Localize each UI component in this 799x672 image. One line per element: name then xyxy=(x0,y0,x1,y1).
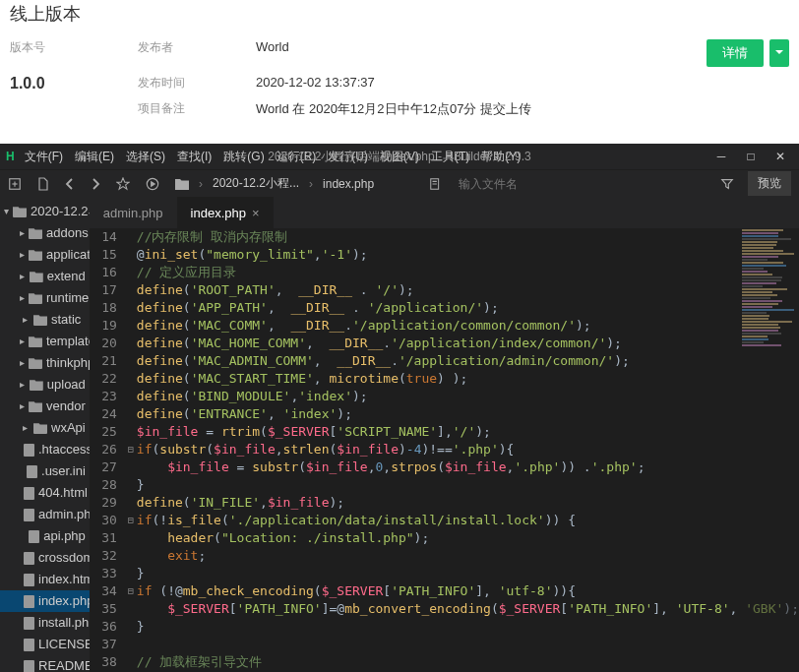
tree-item-label: admin.php xyxy=(38,506,90,523)
tree-folder[interactable]: vendor xyxy=(0,396,90,417)
tree-folder[interactable]: upload xyxy=(0,374,90,396)
tree-file[interactable]: index.php xyxy=(0,590,90,612)
tree-folder[interactable]: application xyxy=(0,244,90,266)
menu-item[interactable]: 选择(S) xyxy=(126,149,165,165)
tree-item-label: template xyxy=(46,333,90,350)
tree-item-label: static xyxy=(51,311,81,329)
menu-item[interactable]: 编辑(E) xyxy=(75,149,114,165)
editor-tab[interactable]: index.php× xyxy=(177,197,274,228)
breadcrumb-item[interactable]: 2020-12.2小程... xyxy=(213,175,299,192)
tree-file[interactable]: .user.ini xyxy=(0,460,90,482)
back-button[interactable] xyxy=(65,177,75,191)
editor-tabs: admin.phpindex.php× xyxy=(90,197,799,228)
expand-arrow-icon xyxy=(20,333,25,350)
file-explorer[interactable]: 2020-12.2小程序后端addonsapplicationextendrun… xyxy=(0,197,90,672)
code-line: define('MAC_COMM', __DIR__.'/application… xyxy=(137,317,799,335)
folder-icon xyxy=(29,357,42,369)
window-title: 2020-12.2小程序后端/index.php - HBuilder X 2.… xyxy=(268,149,530,165)
tree-item-label: .user.ini xyxy=(41,462,86,480)
star-icon[interactable] xyxy=(116,177,130,191)
minimize-button[interactable]: ─ xyxy=(714,150,728,163)
code-line: header("Location: ./install.php"); xyxy=(137,529,799,547)
tree-item-label: upload xyxy=(47,376,86,394)
tree-file[interactable]: 404.html xyxy=(0,482,90,504)
preview-button[interactable]: 预览 xyxy=(748,171,791,196)
code-line: $in_file = rtrim($_SERVER['SCRIPT_NAME']… xyxy=(137,423,799,441)
folder-icon xyxy=(29,292,42,304)
release-panel: 线上版本 版本号 发布者 World 详情 1.0.0 发布时间 2020-12… xyxy=(0,0,799,132)
tree-file[interactable]: index.html xyxy=(0,569,90,590)
tree-folder[interactable]: template xyxy=(0,331,90,352)
expand-arrow-icon xyxy=(20,268,26,285)
file-icon[interactable] xyxy=(37,177,49,191)
version-label: 版本号 xyxy=(10,40,45,54)
code-line: if(!is_file('./application/data/install/… xyxy=(137,512,799,529)
folder-icon xyxy=(30,271,43,282)
tree-folder[interactable]: addons xyxy=(0,222,90,244)
folder-breadcrumb-icon[interactable] xyxy=(175,178,189,190)
tree-folder[interactable]: static xyxy=(0,309,90,331)
tree-item-label: extend xyxy=(47,268,86,285)
tree-file[interactable]: README.md xyxy=(0,655,90,672)
detail-dropdown-button[interactable] xyxy=(769,39,789,67)
expand-arrow-icon xyxy=(20,246,25,264)
menu-item[interactable]: 跳转(G) xyxy=(223,149,264,165)
tree-file[interactable]: crossdomain.xml xyxy=(0,547,90,569)
tree-file[interactable]: LICENSE xyxy=(0,634,90,655)
tree-folder[interactable]: 2020-12.2小程序后端 xyxy=(0,201,90,222)
locate-icon[interactable] xyxy=(429,177,443,191)
editor-tab[interactable]: admin.php xyxy=(90,197,177,228)
menu-item[interactable]: 文件(F) xyxy=(25,149,63,165)
code-line: if(substr($in_file,strlen($in_file)-4)!=… xyxy=(137,441,799,458)
close-icon[interactable]: × xyxy=(252,206,260,220)
panel-title: 线上版本 xyxy=(10,0,789,35)
breadcrumb-item[interactable]: index.php xyxy=(323,177,374,191)
tree-folder[interactable]: extend xyxy=(0,266,90,287)
code-line: } xyxy=(137,565,799,582)
expand-arrow-icon xyxy=(20,397,25,415)
tree-file[interactable]: admin.php xyxy=(0,504,90,525)
menu-item[interactable]: 查找(I) xyxy=(177,149,212,165)
detail-button[interactable]: 详情 xyxy=(707,39,764,67)
expand-arrow-icon xyxy=(20,376,26,394)
expand-arrow-icon xyxy=(20,354,25,372)
maximize-button[interactable]: □ xyxy=(744,150,758,163)
tree-item-label: index.php xyxy=(38,592,90,610)
line-gutter: 1415161718192021222324252627282930313233… xyxy=(90,228,125,672)
file-icon xyxy=(24,595,34,608)
code-line: @ini_set("memory_limit",'-1'); xyxy=(137,246,799,264)
run-icon[interactable] xyxy=(146,177,159,191)
file-icon xyxy=(29,530,39,543)
code-editor[interactable]: //内存限制 取消内存限制@ini_set("memory_limit",'-1… xyxy=(137,228,799,672)
version-value: 1.0.0 xyxy=(10,75,45,92)
tree-item-label: LICENSE xyxy=(38,636,90,653)
tree-folder[interactable]: wxApi xyxy=(0,417,90,439)
file-icon xyxy=(24,552,34,565)
new-tab-icon[interactable] xyxy=(8,177,22,191)
search-input[interactable] xyxy=(459,177,577,191)
forward-button[interactable] xyxy=(91,177,100,191)
file-icon xyxy=(24,639,34,651)
code-line: } xyxy=(137,618,799,636)
code-line xyxy=(137,636,799,653)
filter-icon[interactable] xyxy=(720,177,734,191)
tree-folder[interactable]: runtime xyxy=(0,287,90,309)
code-line: exit; xyxy=(137,547,799,565)
folder-icon xyxy=(29,249,42,261)
chevron-down-icon xyxy=(775,46,783,61)
titlebar: H 文件(F)编辑(E)选择(S)查找(I)跳转(G)运行(R)发行(U)视图(… xyxy=(0,144,799,169)
remark-label: 项目备注 xyxy=(138,101,185,115)
code-line: $in_file = substr($in_file,0,strpos($in_… xyxy=(137,458,799,476)
tree-file[interactable]: api.php xyxy=(0,525,90,547)
tree-item-label: wxApi xyxy=(51,419,86,437)
code-line: // 定义应用目录 xyxy=(137,264,799,281)
tree-item-label: api.php xyxy=(43,527,86,545)
tree-folder[interactable]: thinkphp xyxy=(0,352,90,374)
tree-file[interactable]: .htaccess xyxy=(0,439,90,460)
publisher-label: 发布者 xyxy=(138,40,173,54)
tree-file[interactable]: install.php xyxy=(0,612,90,634)
close-button[interactable]: ✕ xyxy=(773,150,787,163)
file-icon xyxy=(24,574,34,586)
file-icon xyxy=(27,465,37,478)
expand-arrow-icon xyxy=(20,311,30,329)
